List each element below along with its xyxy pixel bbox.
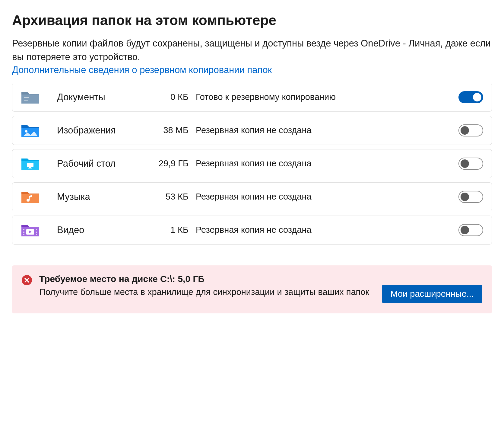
warning-title: Требуемое место на диске C:\: 5,0 ГБ bbox=[39, 274, 375, 284]
folder-name: Музыка bbox=[57, 191, 151, 202]
page-title: Архивация папок на этом компьютере bbox=[12, 12, 492, 28]
svg-rect-16 bbox=[23, 234, 24, 235]
folder-row-music: Музыка 53 КБ Резервная копия не создана bbox=[12, 182, 492, 211]
folder-name: Документы bbox=[57, 92, 151, 103]
folder-size: 53 КБ bbox=[151, 192, 196, 202]
folder-row-desktop: Рабочий стол 29,9 ГБ Резервная копия не … bbox=[12, 149, 492, 178]
warning-text: Требуемое место на диске C:\: 5,0 ГБ Пол… bbox=[39, 274, 375, 298]
svg-point-11 bbox=[27, 199, 30, 202]
folder-name: Видео bbox=[57, 225, 151, 235]
toggle-documents[interactable] bbox=[458, 91, 483, 103]
svg-rect-14 bbox=[23, 229, 24, 230]
documents-folder-icon bbox=[21, 90, 40, 105]
svg-rect-8 bbox=[29, 167, 31, 168]
folder-row-documents: Документы 0 КБ Готово к резервному копир… bbox=[12, 83, 492, 112]
divider bbox=[12, 256, 492, 256]
folder-name: Рабочий стол bbox=[57, 158, 151, 169]
warning-box: Требуемое место на диске C:\: 5,0 ГБ Пол… bbox=[12, 265, 492, 313]
folder-size: 29,9 ГБ bbox=[151, 159, 196, 168]
toggle-videos[interactable] bbox=[458, 224, 483, 236]
svg-point-5 bbox=[25, 130, 27, 133]
folder-status: Резервная копия не создана bbox=[196, 158, 458, 169]
folder-list: Документы 0 КБ Готово к резервному копир… bbox=[12, 83, 492, 245]
folder-row-videos: Видео 1 КБ Резервная копия не создана bbox=[12, 216, 492, 245]
folder-status: Резервная копия не создана bbox=[196, 224, 458, 236]
svg-rect-1 bbox=[24, 97, 29, 98]
desktop-folder-icon bbox=[21, 156, 40, 171]
pictures-folder-icon bbox=[21, 123, 40, 138]
svg-rect-7 bbox=[27, 163, 33, 167]
folder-status: Готово к резервному копированию bbox=[196, 91, 458, 103]
toggle-desktop[interactable] bbox=[458, 158, 483, 170]
toggle-pictures[interactable] bbox=[458, 124, 483, 136]
folder-size: 0 КБ bbox=[151, 92, 196, 102]
svg-rect-9 bbox=[28, 168, 32, 168]
learn-more-link[interactable]: Дополнительные сведения о резервном копи… bbox=[12, 65, 272, 75]
svg-rect-15 bbox=[23, 232, 24, 233]
folder-status: Резервная копия не создана bbox=[196, 191, 458, 203]
folder-status: Резервная копия не создана bbox=[196, 125, 458, 136]
svg-rect-19 bbox=[36, 234, 37, 235]
toggle-music[interactable] bbox=[458, 191, 483, 203]
folder-size: 1 КБ bbox=[151, 225, 196, 235]
svg-rect-2 bbox=[24, 99, 31, 99]
folder-size: 38 МБ bbox=[151, 125, 196, 135]
svg-rect-18 bbox=[36, 232, 37, 233]
warning-description: Получите больше места в хранилище для си… bbox=[39, 286, 375, 298]
svg-rect-10 bbox=[21, 194, 39, 203]
page-description: Резервные копии файлов будут сохранены, … bbox=[12, 37, 492, 64]
error-icon bbox=[22, 275, 32, 285]
folder-row-pictures: Изображения 38 МБ Резервная копия не соз… bbox=[12, 116, 492, 145]
svg-rect-3 bbox=[24, 101, 28, 101]
svg-rect-17 bbox=[36, 229, 37, 230]
music-folder-icon bbox=[21, 189, 40, 204]
folder-name: Изображения bbox=[57, 125, 151, 136]
videos-folder-icon bbox=[21, 223, 40, 238]
advanced-settings-button[interactable]: Мои расширенные... bbox=[382, 285, 482, 303]
